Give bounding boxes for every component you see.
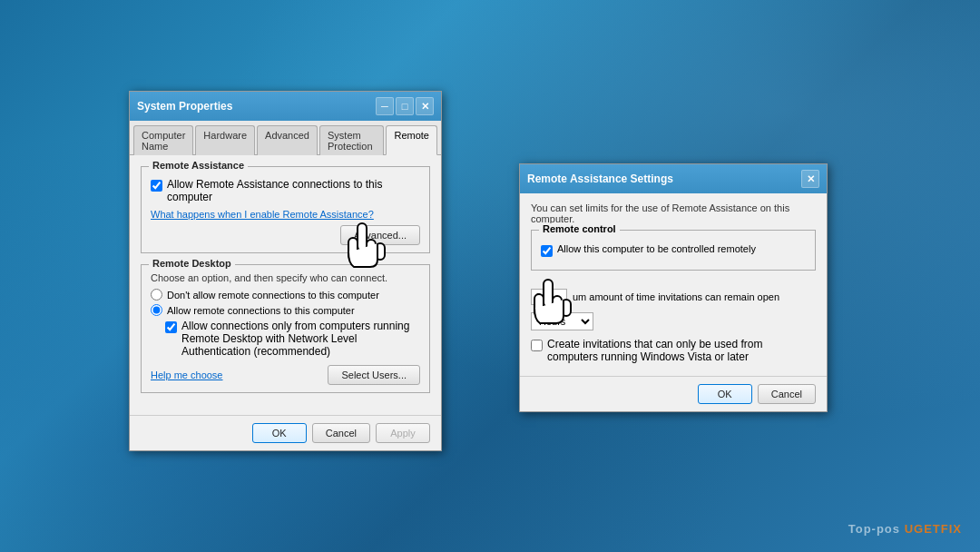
radio-allow-connections-label: Allow remote connections to this compute… — [167, 305, 355, 316]
radio-no-connections-label: Don't allow remote connections to this c… — [167, 290, 379, 301]
apply-button[interactable]: Apply — [376, 423, 430, 443]
ra-title: Remote Assistance Settings — [527, 172, 673, 185]
watermark: Top-pos UGETFIX — [848, 522, 962, 536]
remote-desktop-desc: Choose an option, and then specify who c… — [151, 272, 420, 283]
allow-controlled-checkbox[interactable] — [541, 245, 553, 257]
cancel-button[interactable]: Cancel — [312, 423, 370, 443]
vista-label: Create invitations that can only be used… — [547, 338, 816, 363]
tab-hardware[interactable]: Hardware — [195, 125, 255, 155]
tabs-bar: Computer Name Hardware Advanced System P… — [130, 121, 441, 155]
ra-titlebar: Remote Assistance Settings ✕ — [520, 164, 827, 193]
timeout-input[interactable] — [531, 289, 567, 305]
tab-computer-name[interactable]: Computer Name — [133, 125, 193, 155]
remote-desktop-label: Remote Desktop — [149, 258, 235, 269]
tab-system-protection[interactable]: System Protection — [319, 125, 384, 155]
vista-checkbox[interactable] — [531, 340, 543, 351]
allow-remote-assistance-text: Allow Remote Assistance connections to t… — [167, 178, 420, 203]
timeout-row: um amount of time invitations can remain… — [531, 289, 816, 305]
ra-titlebar-buttons: ✕ — [801, 170, 819, 188]
titlebar-buttons: ─ □ ✕ — [376, 97, 434, 115]
nla-label: Allow connections only from computers ru… — [181, 320, 420, 358]
remote-assistance-label: Remote Assistance — [149, 160, 248, 171]
sys-props-titlebar: System Properties ─ □ ✕ — [130, 92, 441, 121]
sys-props-content: Remote Assistance Allow Remote Assistanc… — [130, 155, 441, 415]
invitations-label: um amount of time invitations can remain… — [573, 291, 779, 302]
remote-assistance-settings-dialog: Remote Assistance Settings ✕ You can set… — [519, 163, 828, 412]
tab-remote[interactable]: Remote — [386, 125, 437, 155]
ra-cancel-button[interactable]: Cancel — [758, 384, 816, 404]
invitations-section: um amount of time invitations can remain… — [520, 278, 827, 376]
close-button[interactable]: ✕ — [416, 97, 434, 115]
maximize-button[interactable]: □ — [396, 97, 414, 115]
remote-assistance-link[interactable]: What happens when I enable Remote Assist… — [151, 209, 420, 220]
tab-advanced[interactable]: Advanced — [257, 125, 318, 155]
ra-footer: OK Cancel — [520, 376, 827, 411]
nla-checkbox-row: Allow connections only from computers ru… — [165, 320, 420, 358]
ra-ok-button[interactable]: OK — [698, 384, 752, 404]
ra-close-button[interactable]: ✕ — [801, 170, 819, 188]
system-properties-dialog: System Properties ─ □ ✕ Computer Name Ha… — [129, 91, 442, 451]
sys-props-footer: OK Cancel Apply — [130, 415, 441, 450]
advanced-row: Advanced... — [151, 225, 420, 245]
allow-remote-assistance-checkbox[interactable] — [151, 180, 162, 192]
hours-select[interactable]: Hours Minutes Days — [531, 312, 593, 330]
advanced-button[interactable]: Advanced... — [340, 225, 420, 245]
remote-control-section: Remote control Allow this computer to be… — [531, 230, 816, 271]
allow-controlled-label: Allow this computer to be controlled rem… — [557, 243, 756, 254]
radio-allow-connections[interactable] — [151, 304, 162, 316]
radio-no-connections[interactable] — [151, 289, 162, 301]
allow-controlled-row: Allow this computer to be controlled rem… — [541, 243, 806, 257]
sys-props-title: System Properties — [137, 100, 232, 113]
ok-button[interactable]: OK — [252, 423, 307, 443]
remote-assistance-section: Remote Assistance Allow Remote Assistanc… — [141, 166, 430, 253]
vista-checkbox-row: Create invitations that can only be used… — [531, 338, 816, 363]
radio-no-connections-row: Don't allow remote connections to this c… — [151, 289, 420, 301]
radio-allow-connections-row: Allow remote connections to this compute… — [151, 304, 420, 316]
minimize-button[interactable]: ─ — [376, 97, 394, 115]
select-users-button[interactable]: Select Users... — [328, 365, 420, 385]
remote-desktop-section: Remote Desktop Choose an option, and the… — [141, 264, 430, 393]
help-me-choose-link[interactable]: Help me choose — [151, 370, 223, 380]
nla-checkbox[interactable] — [165, 321, 177, 333]
allow-remote-assistance-row: Allow Remote Assistance connections to t… — [151, 178, 420, 203]
hours-row: Hours Minutes Days — [531, 312, 816, 330]
remote-control-label: Remote control — [539, 223, 620, 234]
section-bottom-row: Help me choose Select Users... — [151, 365, 420, 385]
